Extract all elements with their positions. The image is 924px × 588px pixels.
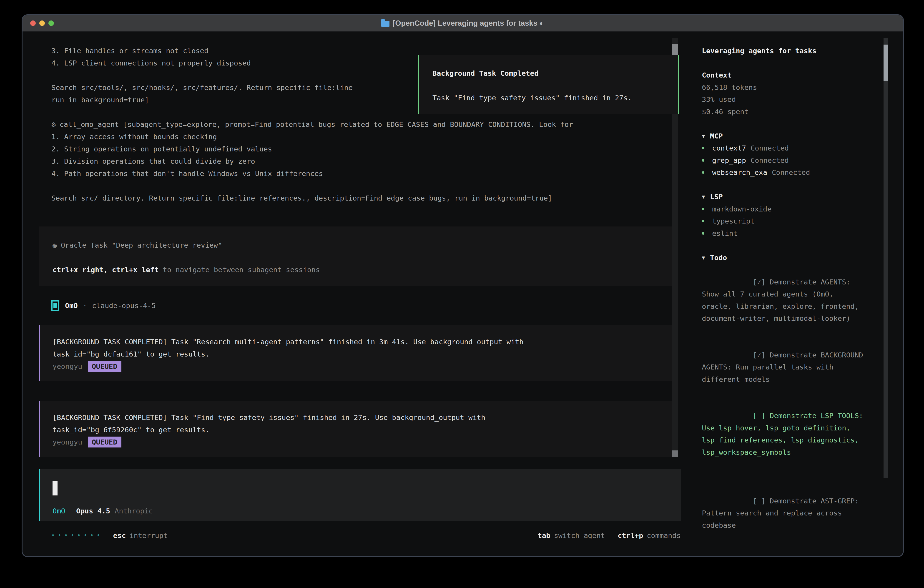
task-meta: yeongyu QUEUED: [53, 436, 672, 448]
agent-model: claude-opus-4-5: [92, 302, 156, 310]
todo-item: [ ] Demonstrate LSP TOOLS: Use lsp_hover…: [702, 398, 863, 471]
context-used: 33% used: [702, 93, 884, 106]
status-dot-icon: [702, 171, 705, 174]
navigation-hint: ctrl+x right, ctrl+x left to navigate be…: [53, 264, 672, 276]
zoom-window-button[interactable]: [48, 20, 54, 26]
record-icon: ◉: [53, 241, 57, 249]
sidebar-scrollbar-track[interactable]: [884, 38, 888, 478]
terminal-content: 3. File handles or streams not closed4. …: [23, 31, 903, 557]
task-user: yeongyu: [53, 436, 82, 448]
commands-hint: ctrl+p commands: [618, 531, 681, 540]
context-tokens: 66,518 tokens: [702, 81, 884, 94]
queued-badge: QUEUED: [88, 361, 121, 372]
input-footer: OmO Opus 4.5 Anthropic: [53, 506, 153, 516]
main-scrollbar-nub[interactable]: [672, 451, 678, 457]
transcript-line: 3. File handles or streams not closed: [51, 45, 573, 57]
mcp-server-item: context7 Connected: [702, 142, 884, 154]
lsp-section-header[interactable]: ▼ LSP: [702, 191, 884, 203]
todo-item: [✓] Demonstrate BACKGROUND AGENTS: Run p…: [702, 337, 863, 398]
chevron-down-icon: ▼: [702, 191, 705, 203]
lsp-server-item: eslint: [702, 227, 884, 239]
sidebar-scrollbar-thumb[interactable]: [884, 45, 888, 81]
status-dot-icon: [702, 208, 705, 210]
notification-title: Background Task Completed: [432, 67, 678, 79]
status-dot-icon: [702, 147, 705, 149]
transcript-line: Search src/ directory. Return specific f…: [51, 192, 573, 204]
mcp-section-header[interactable]: ▼ MCP: [702, 130, 884, 142]
tool-call-text: call_omo_agent [subagent_type=explore, p…: [59, 118, 573, 130]
agent-name: OmO: [65, 302, 78, 310]
chevron-down-icon: ▼: [702, 252, 705, 264]
status-bar-right: tab switch agent ctrl+p commands: [525, 531, 681, 540]
gear-icon: ⚙: [51, 118, 56, 130]
spinner-dots-icon: ••••••••: [51, 532, 103, 538]
sidebar: Leveraging agents for tasks Context 66,5…: [702, 31, 884, 557]
separator-dot: ·: [83, 302, 87, 310]
tab-hint: tab switch agent: [538, 531, 605, 540]
window-title-text: [OpenCode] Leveraging agents for tasks ◐: [393, 19, 544, 28]
transcript-line: 2. String operations on potentially unde…: [51, 143, 573, 155]
todo-section-header[interactable]: ▼ Todo: [702, 252, 884, 264]
todo-item: [ ] Demonstrate AST-GREP: Pattern search…: [702, 483, 863, 543]
mcp-server-item: websearch_exa Connected: [702, 167, 884, 179]
session-title: Leveraging agents for tasks: [702, 45, 884, 57]
traffic-lights: [30, 15, 54, 31]
task-message-line: [BACKGROUND TASK COMPLETED] Task "Find t…: [53, 411, 672, 424]
task-message-line: [BACKGROUND TASK COMPLETED] Task "Resear…: [53, 335, 672, 348]
transcript-line: 3. Division operations that could divide…: [51, 155, 573, 167]
transcript-line: [51, 180, 573, 192]
transcript-line: 1. Array access without bounds checking: [51, 130, 573, 143]
status-dot-icon: [702, 232, 705, 235]
transcript-line: 4. Path operations that don't handle Win…: [51, 167, 573, 180]
window-title: [OpenCode] Leveraging agents for tasks ◐: [381, 19, 544, 28]
app-window: [OpenCode] Leveraging agents for tasks ◐…: [21, 14, 904, 557]
todo-item: [ ] Demonstrate MCP INTEGRATIONS: Use co…: [702, 543, 863, 557]
notification-body: Task "Find type safety issues" finished …: [432, 92, 678, 104]
context-heading: Context: [702, 69, 884, 81]
oracle-task-box: ◉Oracle Task "Deep architecture review" …: [39, 226, 672, 286]
background-task-notification: Background Task Completed Task "Find typ…: [418, 55, 679, 114]
todo-item: [✓] Demonstrate AGENTS: Show all 7 curat…: [702, 264, 863, 337]
task-user: yeongyu: [53, 360, 82, 372]
esc-key-hint: esc: [113, 531, 126, 540]
lsp-server-item: markdown-oxide: [702, 203, 884, 215]
input-provider-name: Anthropic: [115, 506, 153, 516]
background-task-message: [BACKGROUND TASK COMPLETED] Task "Resear…: [39, 325, 672, 381]
input-model-name: Opus 4.5: [76, 506, 110, 516]
status-dot-icon: [702, 220, 705, 222]
prompt-input[interactable]: OmO Opus 4.5 Anthropic: [39, 469, 681, 521]
agent-header: OmO · claude-opus-4-5: [51, 299, 156, 312]
chevron-down-icon: ▼: [702, 130, 705, 142]
agent-square-icon: [51, 301, 59, 311]
text-cursor: [53, 481, 58, 496]
folder-icon: [381, 21, 389, 27]
oracle-task-title: ◉Oracle Task "Deep architecture review": [53, 239, 672, 251]
queued-badge: QUEUED: [88, 436, 121, 448]
task-meta: yeongyu QUEUED: [53, 360, 672, 372]
input-agent-name: OmO: [53, 506, 65, 516]
task-message-line: task_id="bg_dcfac161" to get results.: [53, 348, 672, 360]
tool-call-line: ⚙ call_omo_agent [subagent_type=explore,…: [51, 118, 573, 130]
titlebar: [OpenCode] Leveraging agents for tasks ◐: [23, 15, 903, 31]
status-bar: •••••••• esc interrupt tab switch agent …: [51, 529, 681, 542]
background-task-message: [BACKGROUND TASK COMPLETED] Task "Find t…: [39, 401, 672, 457]
lsp-server-item: typescript: [702, 215, 884, 227]
esc-key-label: interrupt: [130, 531, 168, 540]
close-window-button[interactable]: [30, 20, 36, 26]
context-spent: $0.46 spent: [702, 106, 884, 118]
status-dot-icon: [702, 159, 705, 162]
minimize-window-button[interactable]: [40, 20, 45, 26]
mcp-server-item: grep_app Connected: [702, 154, 884, 167]
task-message-line: task_id="bg_6f59260c" to get results.: [53, 424, 672, 436]
